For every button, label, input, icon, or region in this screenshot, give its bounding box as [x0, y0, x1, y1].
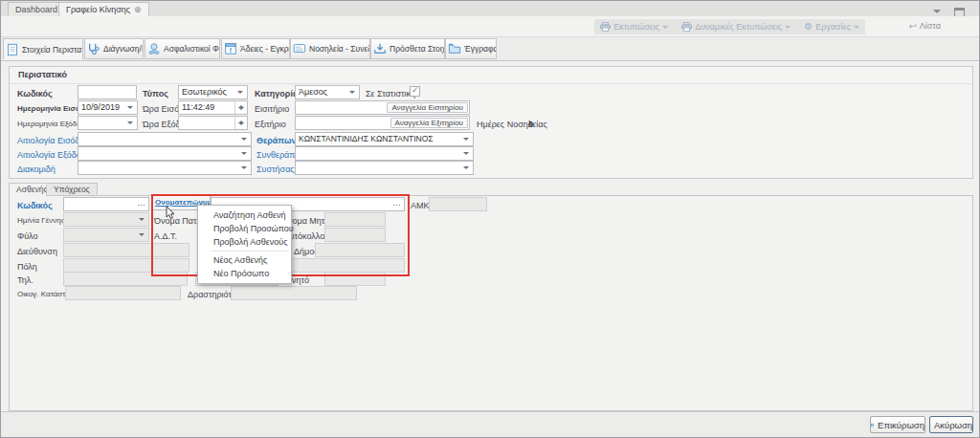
- statistic-label: Σε Στατιστική: [366, 89, 415, 99]
- referrer-dropdown[interactable]: [295, 161, 474, 175]
- tab-label: Ασφαλιστικοί Φορείς: [164, 44, 220, 54]
- gender-dropdown[interactable]: [63, 228, 149, 242]
- chevron-down-icon[interactable]: [136, 213, 148, 226]
- reason-in-dropdown[interactable]: [78, 132, 252, 146]
- menu-item-new-person[interactable]: Νέο Πρόσωπο: [198, 267, 291, 280]
- chevron-down-icon: [854, 26, 859, 32]
- toolbar-button-group: Εκτυπώσεις Δυναμικές Εκτυπώσεις ⚙ Εργασί…: [594, 19, 865, 34]
- incident-code-field[interactable]: [78, 85, 137, 99]
- tab-incident-details[interactable]: Στοιχεία Περιστατικού: [3, 38, 83, 60]
- tab-label: Διάγνωση/ΚΕΝ: [103, 44, 144, 54]
- marital-status-field[interactable]: [65, 286, 181, 300]
- tab-hospitalization-sessions[interactable]: Νοσηλεία - Συνεδρίες: [290, 38, 370, 59]
- admission-ticket-label: Εισιτήριο: [255, 104, 289, 114]
- printer-icon: [600, 22, 611, 32]
- incident-category-dropdown[interactable]: Άμεσος: [295, 85, 360, 99]
- svg-text:!: !: [230, 47, 232, 54]
- chevron-down-icon[interactable]: [238, 133, 251, 145]
- statistic-checkbox[interactable]: [410, 86, 420, 97]
- tab-label: Άδειες - Εγκρίσεις: [240, 44, 290, 54]
- gear-icon: ⚙: [804, 22, 813, 32]
- birthdate-dropdown[interactable]: [63, 212, 149, 227]
- tab-grafeio-kinisis-label: Γραφείο Κίνησης: [66, 5, 130, 14]
- chevron-down-icon[interactable]: [124, 101, 137, 114]
- discharge-time-field[interactable]: [178, 116, 248, 130]
- tab-dashboard[interactable]: Dashboard: [8, 2, 65, 16]
- menu-item-view-patient[interactable]: Προβολή Ασθενούς: [198, 235, 291, 249]
- patient-code-field[interactable]: [63, 197, 149, 211]
- incident-type-label: Τύπος: [143, 89, 168, 99]
- tab-diagnosis-ken[interactable]: Διάγνωση/ΚΕΝ: [84, 38, 144, 59]
- chevron-down-icon[interactable]: [238, 162, 251, 174]
- save-icon: [871, 420, 874, 430]
- tab-additional-data[interactable]: Πρόσθετα Στοιχεία: [370, 38, 445, 59]
- time-spinner[interactable]: [234, 101, 247, 114]
- incident-category-value: Άμεσος: [299, 87, 327, 97]
- discharge-note-field[interactable]: Αναγγελία Εξιτηρίου: [295, 116, 470, 130]
- tasks-button[interactable]: ⚙ Εργασίες: [804, 22, 859, 32]
- spinner-down-icon[interactable]: [238, 107, 244, 113]
- cancel-button[interactable]: Ακύρωση: [929, 416, 973, 433]
- insurance-icon: [147, 42, 161, 55]
- co-doctor-dropdown[interactable]: [295, 146, 474, 161]
- close-tab-icon[interactable]: ⊗: [134, 5, 142, 14]
- tab-list-dropdown-icon[interactable]: [933, 4, 947, 13]
- reason-out-dropdown[interactable]: [78, 146, 252, 161]
- admission-time-field[interactable]: 11:42:49: [178, 100, 248, 115]
- announce-admission-button[interactable]: Αναγγελία Εισιτηρίου: [387, 102, 468, 113]
- doctor-value: ΚΩΝΣΤΑΝΤΙΝΙΔΗΣ ΚΩΝΣΤΑΝΤΙΝΟΣ: [299, 134, 434, 143]
- amka-field[interactable]: [429, 197, 487, 211]
- time-spinner[interactable]: [234, 117, 247, 129]
- discharge-date-label: Ημερομηνία Εξόδου: [17, 120, 85, 129]
- occupation-field[interactable]: [231, 286, 357, 300]
- referrer-label: Συστήσας: [256, 164, 295, 174]
- menu-item-new-patient[interactable]: Νέος Ασθενής: [198, 253, 291, 267]
- chevron-down-icon: [785, 26, 791, 32]
- approvals-icon: !: [224, 42, 237, 55]
- discharge-date-field[interactable]: [78, 116, 138, 130]
- chevron-down-icon[interactable]: [234, 86, 247, 99]
- transfer-dropdown[interactable]: [78, 161, 252, 175]
- chevron-down-icon[interactable]: [346, 86, 359, 99]
- tab-documents[interactable]: Έγγραφα: [445, 38, 497, 59]
- hospital-days-value: 0: [528, 120, 533, 129]
- announce-discharge-button[interactable]: Αναγγελία Εξιτηρίου: [390, 118, 468, 128]
- chevron-down-icon[interactable]: [124, 117, 137, 129]
- sessions-icon: [293, 42, 306, 55]
- tab-liable-person[interactable]: Υπόχρεος: [46, 183, 98, 196]
- tab-dashboard-label: Dashboard: [15, 5, 57, 14]
- chevron-down-icon: [662, 26, 668, 32]
- menu-item-view-person[interactable]: Προβολή Προσώπου: [198, 222, 291, 235]
- toolbar: Εκτυπώσεις Δυναμικές Εκτυπώσεις ⚙ Εργασί…: [1, 16, 979, 37]
- admission-date-field[interactable]: 10/9/2019: [78, 100, 138, 115]
- document-icon: [6, 43, 19, 56]
- confirm-button[interactable]: Επικύρωση: [870, 416, 925, 433]
- menu-item-search-patient[interactable]: Αναζήτηση Ασθενή: [198, 208, 291, 222]
- doctor-label: Θεράπων: [256, 136, 297, 145]
- incident-category-label: Κατηγορία: [255, 89, 298, 99]
- spinner-down-icon[interactable]: [238, 122, 244, 128]
- incident-type-dropdown[interactable]: Εσωτερικός: [178, 85, 248, 99]
- chevron-down-icon[interactable]: [460, 162, 473, 174]
- chevron-down-icon[interactable]: [238, 147, 251, 160]
- tab-insurance-funds[interactable]: Ασφαλιστικοί Φορείς: [145, 38, 220, 59]
- tab-label: Πρόσθετα Στοιχεία: [390, 44, 445, 54]
- admission-time-value: 11:42:49: [182, 102, 214, 112]
- folder-icon: [448, 42, 461, 55]
- tab-patient-label: Ασθενής: [16, 185, 48, 194]
- phone-label: Τηλ.: [17, 275, 33, 285]
- list-button[interactable]: ↩ Λίστα: [908, 21, 941, 31]
- chevron-down-icon[interactable]: [460, 133, 473, 145]
- tab-liable-person-label: Υπόχρεος: [54, 185, 90, 194]
- tab-grafeio-kinisis[interactable]: Γραφείο Κίνησης⊗: [58, 2, 149, 16]
- tab-permits-approvals[interactable]: ! Άδειες - Εγκρίσεις: [221, 38, 290, 59]
- chevron-down-icon[interactable]: [136, 229, 148, 241]
- admission-ticket-field[interactable]: Αναγγελία Εισιτηρίου: [295, 100, 470, 115]
- stethoscope-icon: [87, 42, 100, 55]
- doctor-dropdown[interactable]: ΚΩΝΣΤΑΝΤΙΝΙΔΗΣ ΚΩΝΣΤΑΝΤΙΝΟΣ: [295, 132, 474, 146]
- window-restore-icon[interactable]: [954, 4, 968, 13]
- cancel-button-label: Ακύρωση: [934, 420, 972, 430]
- print-button[interactable]: Εκτυπώσεις: [600, 22, 668, 32]
- dynamic-print-button[interactable]: Δυναμικές Εκτυπώσεις: [681, 22, 791, 32]
- chevron-down-icon[interactable]: [460, 147, 473, 160]
